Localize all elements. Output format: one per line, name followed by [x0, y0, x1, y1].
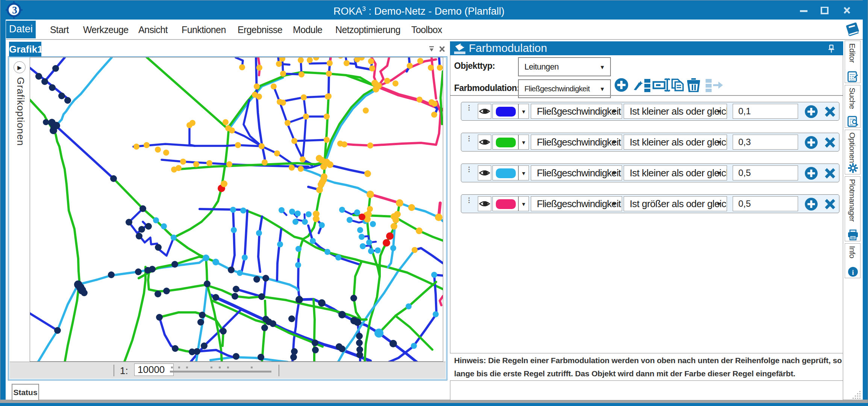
svg-text:i: i	[852, 268, 854, 276]
svg-text:3: 3	[12, 5, 17, 16]
